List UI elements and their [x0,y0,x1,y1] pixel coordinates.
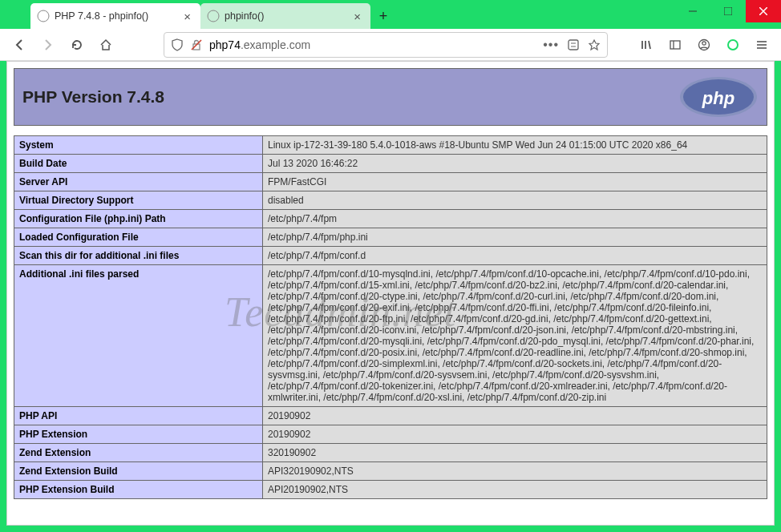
url-text: php74.example.com [209,38,536,51]
php-logo-icon: php [678,75,759,119]
row-label: PHP API [14,407,263,425]
close-button[interactable] [746,0,781,22]
row-label: Scan this dir for additional .ini files [14,247,263,265]
row-label: Additional .ini files parsed [14,265,263,407]
row-value: /etc/php/7.4/fpm/conf.d/10-mysqlnd.ini, … [263,265,767,407]
row-value: /etc/php/7.4/fpm/conf.d [263,247,767,265]
maximize-button[interactable] [710,0,746,22]
url-security-icons [171,38,203,51]
page-actions-icon[interactable]: ••• [543,38,559,52]
new-tab-button[interactable]: + [370,3,396,29]
menu-button[interactable] [749,32,775,58]
library-icon[interactable] [633,32,659,58]
url-bar[interactable]: php74.example.com ••• [164,32,608,58]
table-row: Zend Extension BuildAPI320190902,NTS [14,462,767,481]
tab-bar: PHP 7.4.8 - phpinfo() × phpinfo() × + [0,0,781,29]
row-value: 320190902 [263,444,767,462]
bookmark-star-icon[interactable] [588,38,601,51]
home-button[interactable] [93,32,119,58]
svg-point-4 [38,10,49,22]
page-content[interactable]: PHP Version 7.4.8 php SystemLinux ip-172… [6,61,775,526]
table-row: PHP API20190902 [14,407,767,425]
php-header: PHP Version 7.4.8 php [14,68,767,126]
row-value: /etc/php/7.4/fpm/php.ini [263,228,767,247]
tab-inactive[interactable]: phpinfo() × [200,3,370,29]
row-label: Loaded Configuration File [14,228,263,247]
row-label: PHP Extension Build [14,481,263,499]
tab-title: PHP 7.4.8 - phpinfo() [55,10,180,22]
row-label: Zend Extension Build [14,462,263,481]
table-row: Additional .ini files parsed/etc/php/7.4… [14,265,767,407]
tab-favicon-icon [37,10,50,22]
shield-icon[interactable] [171,38,184,51]
table-row: PHP Extension BuildAPI20190902,NTS [14,481,767,499]
tab-close-icon[interactable]: × [180,10,194,23]
back-button[interactable] [6,32,32,58]
row-label: Configuration File (php.ini) Path [14,210,263,228]
toolbar: php74.example.com ••• [0,29,781,61]
svg-point-18 [728,40,738,50]
svg-rect-14 [670,41,680,49]
minimize-button[interactable] [675,0,710,22]
row-value: disabled [263,191,767,210]
row-value: 20190902 [263,407,767,425]
table-row: Scan this dir for additional .ini files/… [14,247,767,265]
row-value: FPM/FastCGI [263,173,767,191]
forward-button[interactable] [35,32,61,58]
insecure-lock-icon[interactable] [190,38,203,51]
window-controls [675,0,781,22]
table-row: Virtual Directory Supportdisabled [14,191,767,210]
account-icon[interactable] [691,32,717,58]
tab-title: phpinfo() [225,10,350,22]
table-row: PHP Extension20190902 [14,425,767,444]
table-row: Zend Extension320190902 [14,444,767,462]
table-row: SystemLinux ip-172-31-39-180 5.4.0-1018-… [14,136,767,155]
row-label: Server API [14,173,263,191]
table-row: Server APIFPM/FastCGI [14,173,767,191]
row-label: PHP Extension [14,425,263,444]
row-value: /etc/php/7.4/fpm [263,210,767,228]
row-value: Jul 13 2020 16:46:22 [263,155,767,173]
table-row: Loaded Configuration File/etc/php/7.4/fp… [14,228,767,247]
row-label: Zend Extension [14,444,263,462]
svg-point-5 [208,10,219,22]
svg-rect-8 [569,40,578,50]
row-label: Virtual Directory Support [14,191,263,210]
phpinfo-table: SystemLinux ip-172-31-39-180 5.4.0-1018-… [14,135,767,499]
svg-text:php: php [702,88,734,108]
table-row: Build DateJul 13 2020 16:46:22 [14,155,767,173]
reader-icon[interactable] [567,38,580,51]
row-value: Linux ip-172-31-39-180 5.4.0-1018-aws #1… [263,136,767,155]
reload-button[interactable] [64,32,90,58]
row-value: API20190902,NTS [263,481,767,499]
tab-close-icon[interactable]: × [350,10,364,23]
tab-active[interactable]: PHP 7.4.8 - phpinfo() × [30,3,200,29]
row-value: API320190902,NTS [263,462,767,481]
row-label: System [14,136,263,155]
row-value: 20190902 [263,425,767,444]
table-row: Configuration File (php.ini) Path/etc/ph… [14,210,767,228]
row-label: Build Date [14,155,263,173]
tab-favicon-icon [207,10,220,22]
svg-line-13 [649,41,650,49]
page-title: PHP Version 7.4.8 [22,87,164,107]
extension-icon[interactable] [720,32,746,58]
sidebar-icon[interactable] [662,32,688,58]
svg-rect-1 [724,7,732,15]
svg-point-17 [702,41,706,44]
